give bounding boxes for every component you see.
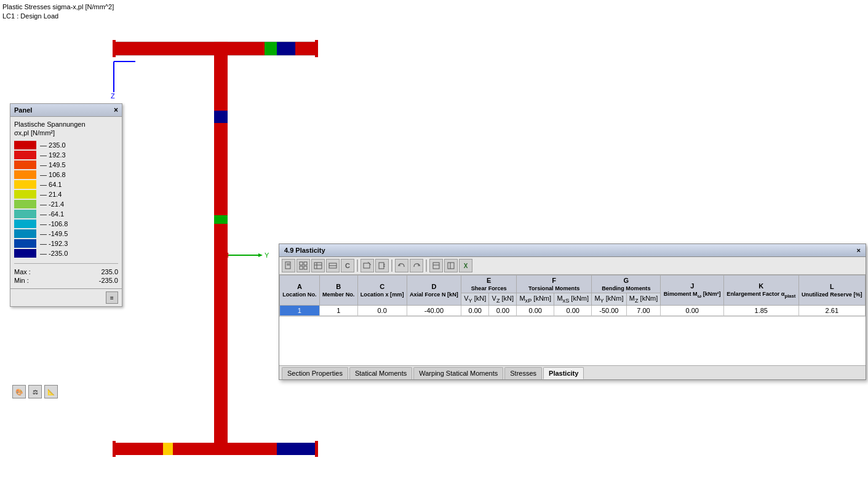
toolbar-icon-10[interactable] bbox=[429, 259, 443, 272]
color-legend: — 235.0 — 192.3 — 149.5 — 106.8 — 64.1 —… bbox=[14, 140, 118, 258]
measure-button[interactable]: 📐 bbox=[44, 385, 58, 398]
subheader-mxs: MxS [kNm] bbox=[554, 293, 592, 306]
cell-location: 1 bbox=[280, 306, 320, 316]
svg-rect-21 bbox=[113, 441, 116, 457]
tab-statical-moments[interactable]: Statical Moments bbox=[349, 367, 412, 379]
toolbar-icon-6[interactable] bbox=[360, 259, 374, 272]
svg-rect-47 bbox=[448, 263, 454, 269]
svg-rect-15 bbox=[114, 443, 129, 455]
svg-rect-11 bbox=[214, 215, 228, 224]
plasticity-titlebar: 4.9 Plasticity × bbox=[279, 244, 866, 257]
legend-value: — 21.4 bbox=[40, 191, 62, 198]
palette-button[interactable]: 🎨 bbox=[12, 385, 26, 398]
separator-2 bbox=[391, 259, 392, 272]
col-A-header: ALocation No. bbox=[280, 275, 320, 306]
svg-text:M: M bbox=[223, 251, 229, 259]
table-row[interactable]: 1 1 0.0 -40.00 0.00 0.00 0.00 0.00 -50.0… bbox=[280, 306, 866, 316]
svg-rect-19 bbox=[113, 40, 116, 57]
toolbar-icon-2[interactable] bbox=[297, 259, 310, 272]
panel-icon-list[interactable]: ≡ bbox=[106, 291, 118, 304]
toolbar-undo[interactable] bbox=[395, 259, 408, 272]
legend-row: — 235.0 bbox=[14, 140, 118, 150]
tab-section-properties[interactable]: Section Properties bbox=[282, 367, 348, 379]
col-F-header: FTorsional Moments bbox=[517, 275, 592, 293]
cell-mz: 7.00 bbox=[626, 306, 661, 316]
tab-warping-statical-moments[interactable]: Warping Statical Moments bbox=[413, 367, 503, 379]
plasticity-table: ALocation No. BMember No. CLocation x [m… bbox=[279, 275, 866, 316]
svg-marker-24 bbox=[258, 253, 263, 257]
legend-color-swatch bbox=[14, 249, 36, 258]
legend-color-swatch bbox=[14, 141, 36, 149]
max-label: Max : bbox=[14, 268, 31, 275]
table-empty-area bbox=[279, 316, 866, 365]
toolbar-icon-1[interactable] bbox=[282, 259, 295, 272]
toolbar-icon-7[interactable] bbox=[375, 259, 389, 272]
cell-bimoment: 0.00 bbox=[661, 306, 724, 316]
col-E-header: EShear Forces bbox=[461, 275, 517, 293]
svg-text:Z: Z bbox=[111, 92, 115, 100]
legend-value: — -235.0 bbox=[40, 250, 68, 257]
panel-close-button[interactable]: × bbox=[114, 106, 118, 114]
legend-row: — 21.4 bbox=[14, 189, 118, 199]
cell-reserve: 2.61 bbox=[798, 306, 865, 316]
svg-rect-31 bbox=[300, 262, 303, 265]
svg-rect-6 bbox=[114, 42, 129, 55]
svg-text:Y: Y bbox=[265, 251, 269, 259]
col-B-header: BMember No. bbox=[319, 275, 357, 306]
col-C-header: CLocation x [mm] bbox=[357, 275, 407, 306]
legend-value: — -106.8 bbox=[40, 220, 68, 228]
toolbar-icon-5[interactable]: C bbox=[341, 259, 354, 272]
separator-1 bbox=[357, 259, 358, 272]
legend-value: — -21.4 bbox=[40, 200, 64, 208]
col-H-header: JBimoment Mω [kNm²] bbox=[661, 275, 724, 306]
legend-value: — -149.5 bbox=[40, 230, 68, 237]
legend-color-swatch bbox=[14, 151, 36, 159]
legend-value: — 149.5 bbox=[40, 161, 66, 168]
toolbar-icon-4[interactable] bbox=[326, 259, 340, 272]
legend-color-swatch bbox=[14, 220, 36, 228]
panel-title: Panel bbox=[14, 106, 32, 114]
svg-rect-14 bbox=[163, 443, 173, 455]
plasticity-window: 4.9 Plasticity × C bbox=[279, 244, 866, 380]
bottom-panel-toolbar: 🎨 ⚖ 📐 bbox=[12, 385, 58, 398]
plasticity-close-button[interactable]: × bbox=[857, 247, 861, 254]
legend-row: — 106.8 bbox=[14, 170, 118, 180]
cell-mxs: 0.00 bbox=[554, 306, 592, 316]
tab-plasticity[interactable]: Plasticity bbox=[543, 367, 584, 379]
legend-row: — 149.5 bbox=[14, 160, 118, 170]
cell-vy: 0.00 bbox=[461, 306, 489, 316]
legend-row: — -21.4 bbox=[14, 199, 118, 209]
subheader-mz: MZ [kNm] bbox=[626, 293, 661, 306]
toolbar-icon-11[interactable] bbox=[444, 259, 458, 272]
panel-stress-unit: σx,pl [N/mm²] bbox=[14, 129, 118, 137]
toolbar-redo[interactable] bbox=[410, 259, 423, 272]
col-I-header: KEnlargement Factor αplast bbox=[723, 275, 798, 306]
tab-stresses[interactable]: Stresses bbox=[504, 367, 542, 379]
legend-color-swatch bbox=[14, 190, 36, 199]
svg-rect-35 bbox=[314, 263, 322, 269]
legend-color-swatch bbox=[14, 180, 36, 189]
scale-button[interactable]: ⚖ bbox=[28, 385, 42, 398]
svg-rect-20 bbox=[315, 40, 318, 57]
subheader-mxp: MxP [kNm] bbox=[517, 293, 554, 306]
toolbar-excel[interactable]: X bbox=[459, 259, 472, 272]
legend-color-swatch bbox=[14, 239, 36, 248]
legend-row: — 192.3 bbox=[14, 150, 118, 160]
svg-rect-16 bbox=[277, 443, 317, 455]
plasticity-toolbar: C X bbox=[279, 257, 866, 275]
svg-rect-42 bbox=[379, 263, 384, 269]
svg-rect-5 bbox=[277, 42, 295, 55]
col-D-header: DAxial Force N [kN] bbox=[407, 275, 461, 306]
cell-location-x: 0.0 bbox=[357, 306, 407, 316]
svg-rect-4 bbox=[265, 42, 277, 55]
cell-my: -50.00 bbox=[592, 306, 626, 316]
separator-3 bbox=[426, 259, 427, 272]
svg-rect-10 bbox=[214, 111, 228, 123]
legend-value: — -192.3 bbox=[40, 240, 68, 247]
legend-value: — 235.0 bbox=[40, 141, 66, 149]
svg-point-18 bbox=[212, 46, 217, 51]
legend-color-swatch bbox=[14, 160, 36, 169]
table-container[interactable]: ALocation No. BMember No. CLocation x [m… bbox=[279, 275, 866, 316]
toolbar-icon-3[interactable] bbox=[311, 259, 325, 272]
legend-color-swatch bbox=[14, 210, 36, 218]
